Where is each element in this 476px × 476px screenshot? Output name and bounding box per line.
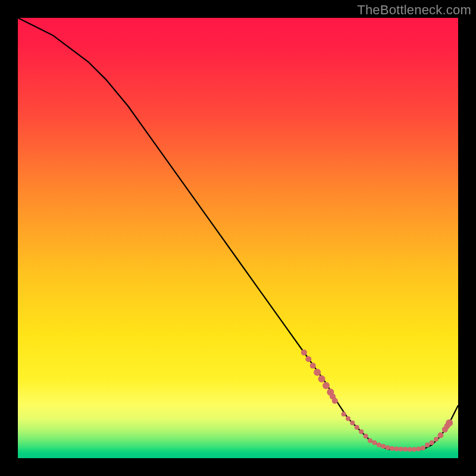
chart-svg [18, 18, 458, 458]
curve-marker [425, 443, 430, 447]
curve-marker [403, 447, 408, 452]
curve-marker [430, 440, 434, 445]
curve-marker [355, 425, 359, 430]
curve-marker [342, 412, 346, 416]
curve-marker [386, 445, 390, 450]
curve-marker [372, 440, 377, 445]
curve-marker [368, 438, 372, 443]
curve-marker [305, 356, 311, 362]
curve-marker [322, 382, 330, 389]
curve-marker [399, 447, 403, 452]
plot-area [18, 18, 458, 458]
curve-marker [437, 433, 443, 439]
curve-marker [318, 375, 325, 383]
curve-marker [416, 446, 421, 451]
curve-marker [408, 447, 412, 452]
curve-marker [332, 398, 338, 404]
curve-marker [381, 444, 386, 449]
curve-marker [446, 419, 453, 427]
bottleneck-curve [18, 18, 458, 449]
curve-marker [301, 349, 307, 355]
curve-marker [394, 446, 399, 451]
curve-marker [412, 447, 416, 452]
curve-marker [310, 363, 316, 369]
curve-marker [364, 434, 368, 439]
curve-marker [434, 437, 439, 441]
curve-marker [350, 421, 355, 425]
chart-stage: TheBottleneck.com [0, 0, 476, 476]
marker-group [301, 349, 453, 452]
curve-marker [421, 446, 425, 450]
curve-marker [359, 430, 364, 434]
curve-marker [377, 443, 381, 447]
watermark-text: TheBottleneck.com [357, 2, 471, 18]
curve-marker [346, 416, 350, 421]
curve-marker [314, 369, 321, 376]
curve-marker [390, 446, 394, 451]
